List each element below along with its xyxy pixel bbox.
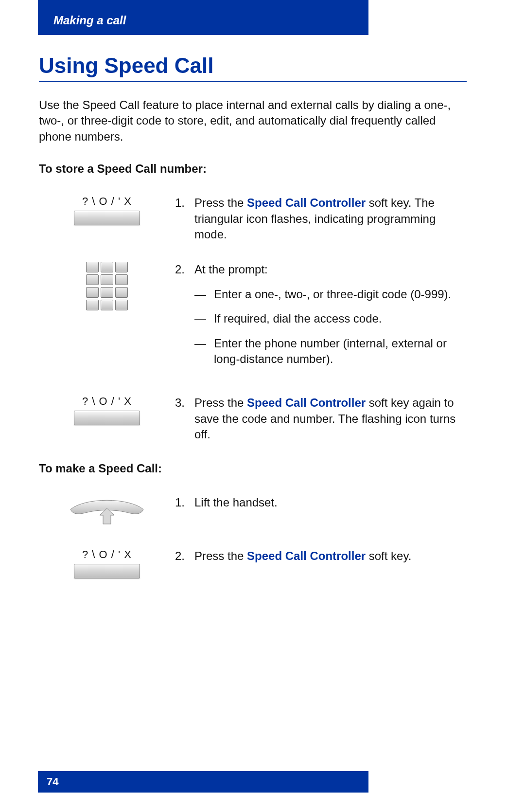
step-number: 2.	[175, 548, 194, 564]
text-prefix: Press the	[194, 396, 247, 409]
step-body: Press the Speed Call Controller soft key…	[194, 395, 467, 442]
softkey-button-icon	[74, 411, 140, 425]
title-underline	[39, 81, 467, 82]
step-text: 1. Press the Speed Call Controller soft …	[175, 195, 467, 242]
step-number: 3.	[175, 395, 194, 442]
sub-item-text: Enter the phone number (internal, extern…	[214, 336, 467, 367]
dash-bullet: —	[194, 336, 214, 367]
keypad-icon	[86, 262, 128, 310]
softkey-icon-group: ? \ O / ' X	[39, 548, 175, 578]
text-suffix: soft key.	[366, 549, 411, 562]
handset-icon-group	[39, 495, 175, 529]
softkey-button-icon	[74, 564, 140, 578]
step-number: 1.	[175, 195, 194, 242]
intro-paragraph: Use the Speed Call feature to place inte…	[39, 97, 467, 144]
step-text: 2. At the prompt: — Enter a one-, two-, …	[175, 262, 467, 376]
store-heading: To store a Speed Call number:	[39, 162, 467, 176]
make-heading: To make a Speed Call:	[39, 462, 467, 475]
softkey-icon-group: ? \ O / ' X	[39, 395, 175, 425]
dash-bullet: —	[194, 287, 214, 302]
speed-call-controller-label: Speed Call Controller	[247, 396, 366, 409]
softkey-button-icon	[74, 211, 140, 225]
softkey-label: ? \ O / ' X	[82, 195, 132, 208]
step-text: 2. Press the Speed Call Controller soft …	[175, 548, 467, 564]
page-number: 74	[47, 776, 58, 788]
make-step-2: ? \ O / ' X 2. Press the Speed Call Cont…	[39, 548, 467, 578]
step-body: Press the Speed Call Controller soft key…	[194, 195, 467, 242]
make-step-1: 1. Lift the handset.	[39, 495, 467, 529]
step-text: 1. Lift the handset.	[175, 495, 467, 510]
text-prefix: Press the	[194, 549, 247, 562]
lift-handset-icon	[66, 495, 148, 529]
softkey-icon-group: ? \ O / ' X	[39, 195, 175, 225]
sub-item-text: Enter a one-, two-, or three-digit code …	[214, 287, 451, 302]
header-bar: Making a call	[38, 0, 368, 35]
step-body: Lift the handset.	[194, 495, 467, 510]
step-lead: At the prompt:	[194, 262, 467, 277]
page-title: Using Speed Call	[39, 54, 467, 78]
sub-item-text: If required, dial the access code.	[214, 311, 382, 326]
page-content: Using Speed Call Use the Speed Call feat…	[39, 54, 467, 598]
step-number: 2.	[175, 262, 194, 277]
keypad-icon-group	[39, 262, 175, 310]
softkey-label: ? \ O / ' X	[82, 548, 132, 561]
speed-call-controller-label: Speed Call Controller	[247, 549, 366, 562]
step-text: 3. Press the Speed Call Controller soft …	[175, 395, 467, 442]
store-step-3: ? \ O / ' X 3. Press the Speed Call Cont…	[39, 395, 467, 442]
speed-call-controller-label: Speed Call Controller	[247, 196, 366, 209]
prompt-sublist: — Enter a one-, two-, or three-digit cod…	[175, 287, 467, 367]
text-prefix: Press the	[194, 196, 247, 209]
step-number: 1.	[175, 495, 194, 510]
header-section-title: Making a call	[53, 14, 126, 27]
step-body: Press the Speed Call Controller soft key…	[194, 548, 467, 564]
footer-bar: 74	[38, 771, 368, 793]
softkey-label: ? \ O / ' X	[82, 395, 132, 408]
store-step-1: ? \ O / ' X 1. Press the Speed Call Cont…	[39, 195, 467, 242]
store-step-2: 2. At the prompt: — Enter a one-, two-, …	[39, 262, 467, 376]
dash-bullet: —	[194, 311, 214, 326]
